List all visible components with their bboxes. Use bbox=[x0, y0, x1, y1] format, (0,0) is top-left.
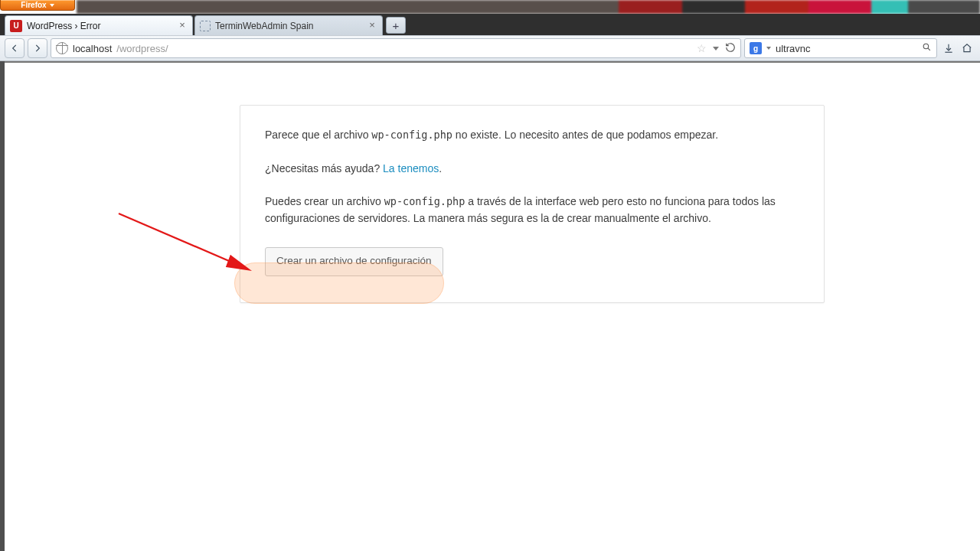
url-host: localhost bbox=[73, 43, 112, 54]
code-wp-config: wp-config.php bbox=[384, 195, 466, 207]
text: no existe. Lo necesito antes de que poda… bbox=[452, 129, 718, 141]
tab-wordpress-error[interactable]: U WordPress › Error × bbox=[5, 15, 193, 35]
firefox-menu-button[interactable]: Firefox bbox=[0, 0, 75, 11]
search-box[interactable]: g ultravnc bbox=[744, 38, 937, 58]
forward-button[interactable] bbox=[28, 38, 47, 58]
new-tab-button[interactable]: + bbox=[386, 17, 406, 34]
wordpress-error-box: Parece que el archivo wp-config.php no e… bbox=[240, 105, 825, 303]
search-icon[interactable] bbox=[922, 42, 932, 54]
chevron-down-icon bbox=[50, 4, 54, 7]
tab-title: WordPress › Error bbox=[27, 21, 172, 31]
code-wp-config: wp-config.php bbox=[371, 129, 452, 141]
favicon-loading-icon bbox=[200, 21, 211, 31]
text: ¿Necesitas más ayuda? bbox=[265, 162, 383, 174]
chevron-down-icon[interactable] bbox=[713, 47, 719, 51]
bookmark-star-icon[interactable]: ☆ bbox=[697, 42, 707, 54]
text: . bbox=[439, 162, 442, 174]
chevron-down-icon[interactable] bbox=[766, 47, 771, 50]
create-config-button[interactable]: Crear un archivo de configuración bbox=[265, 247, 443, 276]
error-paragraph-2: ¿Necesitas más ayuda? La tenemos. bbox=[265, 161, 799, 178]
globe-icon bbox=[56, 42, 68, 54]
svg-line-1 bbox=[119, 214, 240, 266]
search-value: ultravnc bbox=[776, 43, 917, 54]
tab-terminwebadmin[interactable]: TerminWebAdmin Spain × bbox=[194, 15, 383, 35]
firefox-menu-label: Firefox bbox=[21, 1, 46, 9]
close-icon[interactable]: × bbox=[367, 21, 377, 31]
back-button[interactable] bbox=[5, 38, 24, 58]
text: Puedes crear un archivo bbox=[265, 195, 384, 207]
home-button[interactable] bbox=[959, 38, 975, 58]
google-search-icon: g bbox=[750, 42, 762, 54]
help-link[interactable]: La tenemos bbox=[383, 162, 439, 174]
svg-point-0 bbox=[923, 44, 929, 49]
tab-strip: U WordPress › Error × TerminWebAdmin Spa… bbox=[0, 14, 980, 35]
bookmarks-toolbar-blurred bbox=[77, 0, 980, 14]
favicon-wordpress-icon: U bbox=[10, 20, 22, 32]
page-viewport: Parece que el archivo wp-config.php no e… bbox=[0, 61, 980, 551]
url-path: /wordpress/ bbox=[116, 43, 168, 54]
viewport-top-border bbox=[5, 61, 980, 63]
reload-button[interactable] bbox=[725, 42, 736, 55]
text: Parece que el archivo bbox=[265, 129, 371, 141]
navigation-toolbar: localhost/wordpress/ ☆ g ultravnc bbox=[0, 35, 980, 61]
svg-marker-2 bbox=[226, 255, 240, 267]
url-bar[interactable]: localhost/wordpress/ ☆ bbox=[51, 38, 741, 58]
close-icon[interactable]: × bbox=[177, 21, 188, 31]
error-paragraph-1: Parece que el archivo wp-config.php no e… bbox=[265, 127, 799, 144]
error-paragraph-3: Puedes crear un archivo wp-config.php a … bbox=[265, 194, 799, 227]
tab-title: TerminWebAdmin Spain bbox=[215, 21, 362, 31]
downloads-button[interactable] bbox=[940, 38, 957, 58]
